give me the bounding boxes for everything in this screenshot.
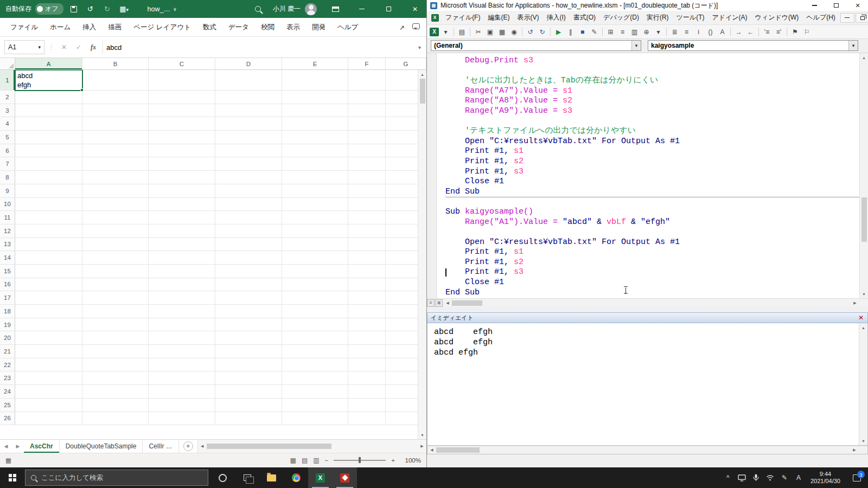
cell-D13[interactable] bbox=[215, 238, 282, 252]
taskbar-clock[interactable]: 9:44 2021/04/30 bbox=[806, 471, 845, 485]
cell-D4[interactable] bbox=[215, 117, 282, 131]
grid-vertical-scrollbar[interactable]: ▲ ▼ bbox=[418, 70, 426, 439]
scroll-up-icon[interactable]: ▲ bbox=[418, 70, 427, 79]
cell-A12[interactable] bbox=[15, 224, 82, 238]
zoom-slider[interactable] bbox=[334, 460, 386, 461]
scroll-right-icon[interactable]: ▶ bbox=[418, 442, 426, 451]
toolbar-options-icon[interactable]: ▾ bbox=[653, 27, 664, 37]
zoom-in-button[interactable]: + bbox=[391, 457, 395, 464]
ribbon-tab[interactable]: 描画 bbox=[102, 18, 127, 37]
cell-A9[interactable] bbox=[15, 184, 82, 198]
row-header-8[interactable]: 8 bbox=[0, 171, 15, 184]
procedure-dropdown[interactable]: kaigyosample ▼ bbox=[648, 40, 858, 51]
row-header-18[interactable]: 18 bbox=[0, 305, 15, 318]
cell-C17[interactable] bbox=[149, 291, 215, 305]
ribbon-tab[interactable]: ページ レイアウト bbox=[127, 18, 197, 37]
cell-C4[interactable] bbox=[149, 117, 215, 131]
scroll-down-icon[interactable]: ▼ bbox=[418, 431, 427, 439]
sheet-nav-forward-icon[interactable]: ▶ bbox=[12, 444, 24, 449]
cell-F4[interactable] bbox=[348, 117, 386, 131]
row-header-10[interactable]: 10 bbox=[0, 198, 15, 211]
row-header-2[interactable]: 2 bbox=[0, 91, 15, 104]
cell-B5[interactable] bbox=[82, 131, 149, 144]
ribbon-tab[interactable]: 表示 bbox=[280, 18, 306, 37]
cell-A17[interactable] bbox=[15, 291, 82, 305]
cell-C18[interactable] bbox=[149, 305, 215, 318]
cell-E16[interactable] bbox=[282, 278, 348, 292]
cell-E9[interactable] bbox=[282, 184, 348, 198]
cell-A22[interactable] bbox=[15, 358, 82, 372]
code-window-icon[interactable] bbox=[431, 14, 439, 22]
cell-D7[interactable] bbox=[215, 157, 282, 171]
cell-D11[interactable] bbox=[215, 211, 282, 224]
cell-B13[interactable] bbox=[82, 238, 149, 252]
cell-C16[interactable] bbox=[149, 278, 215, 292]
row-header-22[interactable]: 22 bbox=[0, 358, 15, 372]
quick-command-icon[interactable]: ▦▾ bbox=[118, 5, 131, 13]
ribbon-tab[interactable]: ホーム bbox=[44, 18, 76, 37]
close-icon[interactable]: ✕ bbox=[857, 314, 865, 322]
immediate-window-titlebar[interactable]: イミディエイト ✕ bbox=[427, 312, 868, 323]
cell-F26[interactable] bbox=[348, 412, 386, 426]
cell-E25[interactable] bbox=[282, 399, 348, 412]
row-header-24[interactable]: 24 bbox=[0, 385, 15, 399]
start-button[interactable] bbox=[0, 467, 25, 488]
scroll-left-icon[interactable]: ◀ bbox=[427, 446, 436, 454]
cell-D20[interactable] bbox=[215, 331, 282, 345]
scroll-left-icon[interactable]: ◀ bbox=[443, 299, 452, 307]
ribbon-tab[interactable]: 校閲 bbox=[255, 18, 280, 37]
cell-D18[interactable] bbox=[215, 305, 282, 318]
cell-A18[interactable] bbox=[15, 305, 82, 318]
cell-C22[interactable] bbox=[149, 358, 215, 372]
cell-C7[interactable] bbox=[149, 157, 215, 171]
cell-B9[interactable] bbox=[82, 184, 149, 198]
cell-A16[interactable] bbox=[15, 278, 82, 292]
redo-icon[interactable]: ↻ bbox=[537, 27, 548, 37]
cell-F12[interactable] bbox=[348, 224, 386, 238]
row-header-21[interactable]: 21 bbox=[0, 345, 15, 358]
cell-A3[interactable] bbox=[15, 104, 82, 118]
cell-D8[interactable] bbox=[215, 171, 282, 184]
menu-item[interactable]: 表示(V) bbox=[513, 11, 542, 24]
cell-F3[interactable] bbox=[348, 104, 386, 118]
maximize-button[interactable] bbox=[377, 0, 400, 18]
cell-F15[interactable] bbox=[348, 265, 386, 278]
normal-view-icon[interactable]: ▦ bbox=[290, 457, 296, 464]
code-editor[interactable]: Debug.Print s3 'セルに出力したときは、Tabの存在は分かりにくい… bbox=[427, 53, 868, 298]
name-box[interactable]: A1▾ bbox=[4, 40, 44, 54]
hidden-icons-chevron[interactable]: ^ bbox=[721, 467, 735, 488]
immediate-window[interactable]: abcd efghabcd efghabcd efgh ▲ ▼ bbox=[427, 323, 868, 446]
sheet-grid[interactable]: 1abcdefgh2345678910111213141516171819202… bbox=[0, 70, 426, 439]
toggle-bookmark-icon[interactable]: ⚑ bbox=[789, 27, 801, 37]
new-sheet-button[interactable]: + bbox=[183, 441, 193, 451]
cell-E5[interactable] bbox=[282, 131, 348, 144]
full-module-view-icon[interactable]: ≣ bbox=[435, 299, 443, 307]
object-browser-icon[interactable]: ▥ bbox=[629, 27, 640, 37]
row-header-14[interactable]: 14 bbox=[0, 251, 15, 265]
row-header-19[interactable]: 19 bbox=[0, 318, 15, 332]
zoom-out-button[interactable]: − bbox=[325, 457, 329, 464]
cell-B19[interactable] bbox=[82, 318, 149, 332]
row-header-20[interactable]: 20 bbox=[0, 331, 15, 345]
comments-icon[interactable] bbox=[412, 23, 420, 29]
cell-F19[interactable] bbox=[348, 318, 386, 332]
cell-E18[interactable] bbox=[282, 305, 348, 318]
cell-F22[interactable] bbox=[348, 358, 386, 372]
zoom-slider-thumb[interactable] bbox=[359, 457, 361, 463]
cell-F16[interactable] bbox=[348, 278, 386, 292]
cell-B7[interactable] bbox=[82, 157, 149, 171]
cell-D16[interactable] bbox=[215, 278, 282, 292]
share-icon[interactable]: ↗ bbox=[399, 23, 405, 31]
cell-E17[interactable] bbox=[282, 291, 348, 305]
cell-B22[interactable] bbox=[82, 358, 149, 372]
sheet-nav-back-icon[interactable]: ◀ bbox=[0, 444, 12, 449]
ribbon-tab[interactable]: ヘルプ bbox=[331, 18, 364, 37]
menu-item[interactable]: ファイル(F) bbox=[442, 11, 484, 24]
cell-B2[interactable] bbox=[82, 91, 149, 104]
cell-A21[interactable] bbox=[15, 345, 82, 358]
cell-D10[interactable] bbox=[215, 198, 282, 211]
cell-F18[interactable] bbox=[348, 305, 386, 318]
cell-E22[interactable] bbox=[282, 358, 348, 372]
chevron-down-icon[interactable]: ▼ bbox=[631, 41, 641, 50]
run-icon[interactable]: ▶ bbox=[553, 27, 564, 37]
